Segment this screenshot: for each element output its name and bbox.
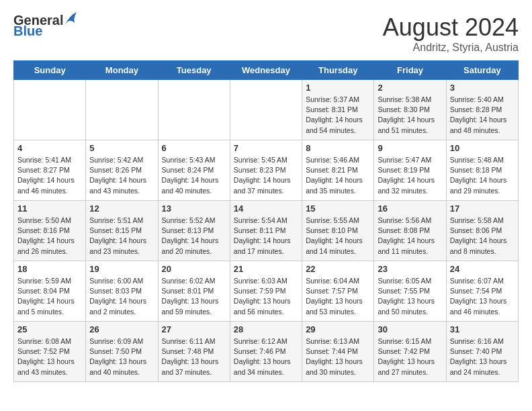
- header-tuesday: Tuesday: [158, 61, 230, 80]
- day-number: 15: [306, 203, 370, 214]
- table-row: 29Sunrise: 6:13 AMSunset: 7:44 PMDayligh…: [302, 322, 374, 382]
- day-number: 18: [17, 264, 82, 274]
- cell-info: Sunrise: 6:08 AMSunset: 7:52 PMDaylight:…: [17, 336, 82, 377]
- cell-info: Sunrise: 5:37 AMSunset: 8:31 PMDaylight:…: [306, 95, 370, 136]
- day-number: 26: [89, 324, 154, 334]
- day-number: 29: [306, 324, 370, 334]
- table-row: 26Sunrise: 6:09 AMSunset: 7:50 PMDayligh…: [86, 322, 158, 382]
- day-number: 14: [234, 203, 298, 214]
- cell-info: Sunrise: 5:45 AMSunset: 8:23 PMDaylight:…: [234, 155, 298, 196]
- calendar-week-row: 4Sunrise: 5:41 AMSunset: 8:27 PMDaylight…: [14, 140, 519, 201]
- table-row: 22Sunrise: 6:04 AMSunset: 7:57 PMDayligh…: [302, 261, 374, 322]
- table-row: 20Sunrise: 6:02 AMSunset: 8:01 PMDayligh…: [158, 261, 230, 322]
- cell-info: Sunrise: 5:46 AMSunset: 8:21 PMDaylight:…: [306, 155, 370, 196]
- table-row: [86, 80, 158, 140]
- location-heading: Andritz, Styria, Austria: [383, 42, 519, 54]
- table-row: 2Sunrise: 5:38 AMSunset: 8:30 PMDaylight…: [374, 80, 446, 140]
- day-number: 5: [89, 143, 154, 153]
- table-row: 27Sunrise: 6:11 AMSunset: 7:48 PMDayligh…: [158, 322, 230, 382]
- day-number: 16: [378, 203, 442, 214]
- day-number: 2: [378, 83, 442, 93]
- cell-info: Sunrise: 6:00 AMSunset: 8:03 PMDaylight:…: [89, 276, 154, 317]
- cell-info: Sunrise: 6:02 AMSunset: 8:01 PMDaylight:…: [162, 276, 226, 317]
- cell-info: Sunrise: 5:55 AMSunset: 8:10 PMDaylight:…: [306, 216, 370, 257]
- day-number: 20: [162, 264, 226, 274]
- table-row: 8Sunrise: 5:46 AMSunset: 8:21 PMDaylight…: [302, 140, 374, 201]
- day-number: 31: [450, 324, 515, 334]
- table-row: 9Sunrise: 5:47 AMSunset: 8:19 PMDaylight…: [374, 140, 446, 201]
- cell-info: Sunrise: 5:41 AMSunset: 8:27 PMDaylight:…: [17, 155, 82, 196]
- cell-info: Sunrise: 6:16 AMSunset: 7:40 PMDaylight:…: [450, 336, 515, 377]
- calendar-week-row: 25Sunrise: 6:08 AMSunset: 7:52 PMDayligh…: [14, 322, 519, 382]
- table-row: 25Sunrise: 6:08 AMSunset: 7:52 PMDayligh…: [14, 322, 86, 382]
- logo-blue-text: Blue: [13, 24, 78, 38]
- day-number: 13: [162, 203, 226, 214]
- table-row: 6Sunrise: 5:43 AMSunset: 8:24 PMDaylight…: [158, 140, 230, 201]
- day-number: 19: [89, 264, 154, 274]
- header-monday: Monday: [86, 61, 158, 80]
- day-number: 8: [306, 143, 370, 153]
- day-number: 9: [378, 143, 442, 153]
- table-row: 16Sunrise: 5:56 AMSunset: 8:08 PMDayligh…: [374, 201, 446, 261]
- day-number: 4: [17, 143, 82, 153]
- day-number: 1: [306, 83, 370, 93]
- cell-info: Sunrise: 5:43 AMSunset: 8:24 PMDaylight:…: [162, 155, 226, 196]
- table-row: 17Sunrise: 5:58 AMSunset: 8:06 PMDayligh…: [446, 201, 518, 261]
- table-row: 10Sunrise: 5:48 AMSunset: 8:18 PMDayligh…: [446, 140, 518, 201]
- table-row: 28Sunrise: 6:12 AMSunset: 7:46 PMDayligh…: [230, 322, 302, 382]
- page-header: General Blue August 2024 Andritz, Styria…: [13, 13, 519, 54]
- table-row: 19Sunrise: 6:00 AMSunset: 8:03 PMDayligh…: [86, 261, 158, 322]
- cell-info: Sunrise: 6:09 AMSunset: 7:50 PMDaylight:…: [89, 336, 154, 377]
- table-row: 3Sunrise: 5:40 AMSunset: 8:28 PMDaylight…: [446, 80, 518, 140]
- table-row: 15Sunrise: 5:55 AMSunset: 8:10 PMDayligh…: [302, 201, 374, 261]
- day-number: 12: [89, 203, 154, 214]
- table-row: 31Sunrise: 6:16 AMSunset: 7:40 PMDayligh…: [446, 322, 518, 382]
- day-number: 17: [450, 203, 515, 214]
- calendar-week-row: 1Sunrise: 5:37 AMSunset: 8:31 PMDaylight…: [14, 80, 519, 140]
- cell-info: Sunrise: 6:04 AMSunset: 7:57 PMDaylight:…: [306, 276, 370, 317]
- title-block: August 2024 Andritz, Styria, Austria: [383, 13, 519, 54]
- day-number: 11: [17, 203, 82, 214]
- table-row: 1Sunrise: 5:37 AMSunset: 8:31 PMDaylight…: [302, 80, 374, 140]
- header-sunday: Sunday: [14, 61, 86, 80]
- day-number: 23: [378, 264, 442, 274]
- day-number: 30: [378, 324, 442, 334]
- table-row: 11Sunrise: 5:50 AMSunset: 8:16 PMDayligh…: [14, 201, 86, 261]
- table-row: 24Sunrise: 6:07 AMSunset: 7:54 PMDayligh…: [446, 261, 518, 322]
- cell-info: Sunrise: 6:13 AMSunset: 7:44 PMDaylight:…: [306, 336, 370, 377]
- table-row: 18Sunrise: 5:59 AMSunset: 8:04 PMDayligh…: [14, 261, 86, 322]
- table-row: 21Sunrise: 6:03 AMSunset: 7:59 PMDayligh…: [230, 261, 302, 322]
- day-number: 3: [450, 83, 515, 93]
- cell-info: Sunrise: 6:15 AMSunset: 7:42 PMDaylight:…: [378, 336, 442, 377]
- cell-info: Sunrise: 5:38 AMSunset: 8:30 PMDaylight:…: [378, 95, 442, 136]
- header-friday: Friday: [374, 61, 446, 80]
- header-thursday: Thursday: [302, 61, 374, 80]
- table-row: 5Sunrise: 5:42 AMSunset: 8:26 PMDaylight…: [86, 140, 158, 201]
- day-number: 27: [162, 324, 226, 334]
- calendar-week-row: 18Sunrise: 5:59 AMSunset: 8:04 PMDayligh…: [14, 261, 519, 322]
- table-row: 30Sunrise: 6:15 AMSunset: 7:42 PMDayligh…: [374, 322, 446, 382]
- table-row: [14, 80, 86, 140]
- cell-info: Sunrise: 5:40 AMSunset: 8:28 PMDaylight:…: [450, 95, 515, 136]
- cell-info: Sunrise: 6:12 AMSunset: 7:46 PMDaylight:…: [234, 336, 298, 377]
- day-number: 24: [450, 264, 515, 274]
- logo: General Blue: [13, 13, 78, 38]
- table-row: 12Sunrise: 5:51 AMSunset: 8:15 PMDayligh…: [86, 201, 158, 261]
- cell-info: Sunrise: 6:05 AMSunset: 7:55 PMDaylight:…: [378, 276, 442, 317]
- header-saturday: Saturday: [446, 61, 518, 80]
- day-number: 7: [234, 143, 298, 153]
- cell-info: Sunrise: 5:42 AMSunset: 8:26 PMDaylight:…: [89, 155, 154, 196]
- day-number: 28: [234, 324, 298, 334]
- calendar-header-row: Sunday Monday Tuesday Wednesday Thursday…: [14, 61, 519, 80]
- cell-info: Sunrise: 6:11 AMSunset: 7:48 PMDaylight:…: [162, 336, 226, 377]
- month-year-heading: August 2024: [383, 13, 519, 42]
- day-number: 10: [450, 143, 515, 153]
- day-number: 21: [234, 264, 298, 274]
- cell-info: Sunrise: 5:47 AMSunset: 8:19 PMDaylight:…: [378, 155, 442, 196]
- cell-info: Sunrise: 6:03 AMSunset: 7:59 PMDaylight:…: [234, 276, 298, 317]
- table-row: 13Sunrise: 5:52 AMSunset: 8:13 PMDayligh…: [158, 201, 230, 261]
- cell-info: Sunrise: 5:52 AMSunset: 8:13 PMDaylight:…: [162, 216, 226, 257]
- day-number: 22: [306, 264, 370, 274]
- table-row: 23Sunrise: 6:05 AMSunset: 7:55 PMDayligh…: [374, 261, 446, 322]
- calendar-table: Sunday Monday Tuesday Wednesday Thursday…: [13, 60, 519, 382]
